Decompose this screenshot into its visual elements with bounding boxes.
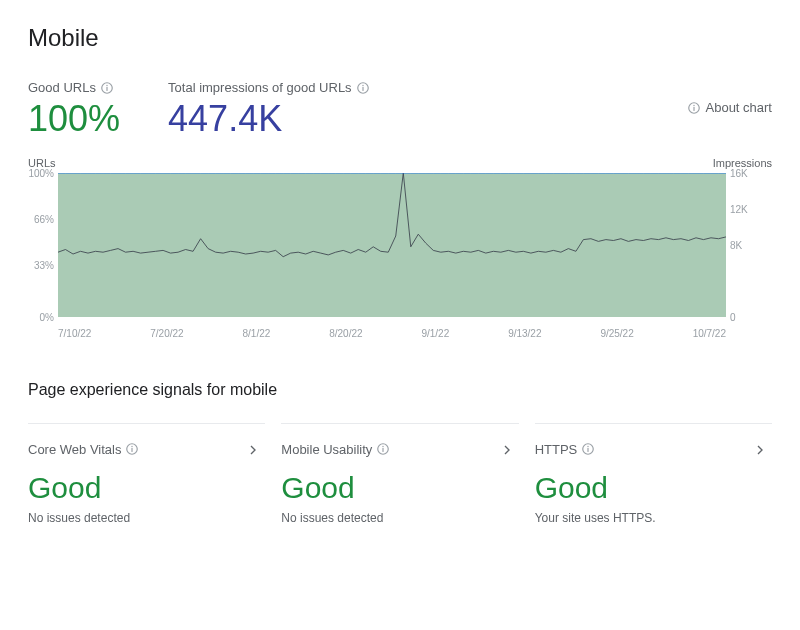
svg-point-1 — [106, 84, 107, 85]
good-urls-line — [58, 173, 726, 317]
info-icon[interactable] — [125, 442, 139, 456]
good-urls-metric: Good URLs 100% — [28, 80, 120, 139]
good-urls-label: Good URLs — [28, 80, 96, 95]
card-mobile-usability[interactable]: Mobile Usability Good No issues detected — [281, 423, 518, 525]
x-tick: 8/1/22 — [243, 328, 271, 339]
info-icon[interactable] — [581, 442, 595, 456]
svg-point-4 — [362, 84, 363, 85]
card-subtext: Your site uses HTTPS. — [535, 511, 772, 525]
card-title: HTTPS — [535, 442, 578, 457]
svg-rect-2 — [106, 86, 107, 90]
card-status: Good — [28, 471, 265, 505]
card-subtext: No issues detected — [28, 511, 265, 525]
card-title: Core Web Vitals — [28, 442, 121, 457]
info-icon[interactable] — [356, 81, 370, 95]
x-tick: 10/7/22 — [693, 328, 726, 339]
svg-rect-11 — [132, 448, 133, 452]
card-https[interactable]: HTTPS Good Your site uses HTTPS. — [535, 423, 772, 525]
svg-rect-5 — [362, 86, 363, 90]
info-icon[interactable] — [100, 81, 114, 95]
x-tick: 9/1/22 — [421, 328, 449, 339]
card-core-web-vitals[interactable]: Core Web Vitals Good No issues detected — [28, 423, 265, 525]
y-left-tick: 0% — [28, 311, 54, 322]
about-chart-link[interactable]: About chart — [687, 80, 773, 115]
y-right-tick: 0 — [730, 311, 772, 322]
info-icon — [687, 101, 701, 115]
card-status: Good — [535, 471, 772, 505]
chart: URLs Impressions 100% 66% 33% 0% 16K 12K… — [28, 157, 772, 347]
card-status: Good — [281, 471, 518, 505]
svg-point-7 — [693, 104, 694, 105]
chevron-right-icon — [245, 442, 261, 458]
card-subtext: No issues detected — [281, 511, 518, 525]
x-tick: 9/13/22 — [508, 328, 541, 339]
svg-point-10 — [132, 446, 133, 447]
y-right-tick: 12K — [730, 203, 772, 214]
y-left-tick: 100% — [28, 167, 54, 178]
info-icon[interactable] — [376, 442, 390, 456]
svg-rect-8 — [693, 106, 694, 110]
impressions-metric: Total impressions of good URLs 447.4K — [168, 80, 370, 139]
impressions-label: Total impressions of good URLs — [168, 80, 352, 95]
x-axis-ticks: 7/10/22 7/20/22 8/1/22 8/20/22 9/1/22 9/… — [58, 328, 726, 339]
card-title: Mobile Usability — [281, 442, 372, 457]
svg-point-13 — [383, 446, 384, 447]
page-title: Mobile — [28, 24, 772, 52]
x-tick: 8/20/22 — [329, 328, 362, 339]
about-chart-label: About chart — [706, 100, 773, 115]
svg-rect-17 — [588, 448, 589, 452]
chevron-right-icon — [499, 442, 515, 458]
summary-row: Good URLs 100% Total impressions of good… — [28, 80, 772, 139]
y-left-tick: 66% — [28, 213, 54, 224]
signal-cards: Core Web Vitals Good No issues detected … — [28, 423, 772, 525]
x-tick: 7/10/22 — [58, 328, 91, 339]
chart-area[interactable] — [58, 173, 726, 317]
y-right-tick: 16K — [730, 167, 772, 178]
svg-point-16 — [588, 446, 589, 447]
y-right-tick: 8K — [730, 239, 772, 250]
good-urls-value: 100% — [28, 99, 120, 139]
y-left-tick: 33% — [28, 259, 54, 270]
x-tick: 9/25/22 — [600, 328, 633, 339]
svg-rect-14 — [383, 448, 384, 452]
impressions-value: 447.4K — [168, 99, 370, 139]
x-tick: 7/20/22 — [150, 328, 183, 339]
chevron-right-icon — [752, 442, 768, 458]
signals-heading: Page experience signals for mobile — [28, 381, 772, 399]
